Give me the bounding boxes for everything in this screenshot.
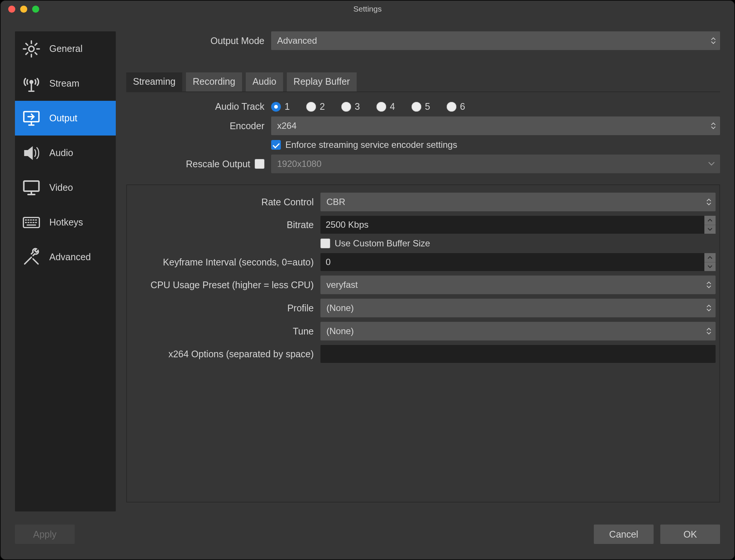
- sidebar-item-label: Hotkeys: [49, 217, 83, 228]
- audio-track-3[interactable]: 3: [341, 101, 360, 112]
- tab-streaming[interactable]: Streaming: [126, 72, 182, 91]
- enforce-checkbox[interactable]: Enforce streaming service encoder settin…: [271, 140, 457, 150]
- audio-track-radios: 1 2 3 4 5 6: [271, 101, 465, 112]
- stepper-icon: [704, 195, 713, 209]
- radio-label: 4: [390, 101, 395, 112]
- rescale-label: Rescale Output: [186, 159, 250, 169]
- step-up-icon[interactable]: [704, 216, 716, 225]
- svg-rect-3: [24, 181, 39, 191]
- radio-icon: [376, 102, 386, 112]
- sidebar-item-output[interactable]: Output: [15, 101, 116, 136]
- audio-track-4[interactable]: 4: [376, 101, 395, 112]
- radio-label: 5: [425, 101, 430, 112]
- step-down-icon[interactable]: [704, 225, 716, 234]
- keyboard-icon: [20, 211, 43, 234]
- button-label: Apply: [33, 529, 57, 540]
- svg-point-0: [29, 46, 34, 51]
- profile-select[interactable]: (None): [320, 299, 716, 317]
- sidebar-item-label: General: [49, 43, 83, 54]
- profile-label: Profile: [131, 303, 320, 314]
- antenna-icon: [20, 72, 43, 95]
- custom-buffer-checkbox[interactable]: Use Custom Buffer Size: [320, 238, 430, 249]
- rescale-select[interactable]: 1920x1080: [271, 155, 720, 173]
- checkbox-icon: [320, 239, 330, 248]
- rescale-value: 1920x1080: [277, 159, 322, 169]
- cancel-button[interactable]: Cancel: [594, 525, 654, 544]
- speaker-icon: [20, 142, 43, 164]
- enforce-label: Enforce streaming service encoder settin…: [285, 140, 457, 150]
- radio-icon: [271, 102, 281, 112]
- sidebar: General Stream: [15, 31, 116, 511]
- apply-button[interactable]: Apply: [15, 525, 75, 544]
- sidebar-item-advanced[interactable]: Advanced: [15, 240, 116, 274]
- tab-label: Replay Buffer: [294, 76, 350, 87]
- tab-label: Audio: [252, 76, 276, 87]
- keyframe-label: Keyframe Interval (seconds, 0=auto): [131, 257, 320, 268]
- sidebar-item-audio[interactable]: Audio: [15, 136, 116, 170]
- output-tabbar: Streaming Recording Audio Replay Buffer: [126, 72, 720, 92]
- tune-label: Tune: [131, 326, 320, 337]
- output-mode-select[interactable]: Advanced: [271, 31, 720, 50]
- rescale-row: Rescale Output 1920x1080: [126, 155, 720, 173]
- stepper-icon: [704, 324, 713, 338]
- audio-track-row: Audio Track 1 2 3 4 5 6: [126, 101, 720, 112]
- tune-select[interactable]: (None): [320, 322, 716, 340]
- sidebar-item-hotkeys[interactable]: Hotkeys: [15, 205, 116, 240]
- keyframe-input[interactable]: 0: [320, 253, 716, 271]
- x264-opts-input[interactable]: [320, 345, 716, 363]
- encoder-settings-panel: Rate Control CBR Bitr: [126, 184, 720, 503]
- rate-control-row: Rate Control CBR: [131, 193, 716, 211]
- sidebar-item-label: Advanced: [49, 252, 91, 262]
- bitrate-input[interactable]: 2500 Kbps: [320, 216, 716, 234]
- bitrate-label: Bitrate: [131, 220, 320, 230]
- stepper-icon: [704, 278, 713, 292]
- streaming-pane: Audio Track 1 2 3 4 5 6 Encode: [126, 92, 720, 503]
- stepper-icon: [704, 301, 713, 315]
- monitor-icon: [20, 177, 43, 199]
- tab-recording[interactable]: Recording: [186, 72, 242, 91]
- radio-icon: [447, 102, 456, 112]
- encoder-select[interactable]: x264: [271, 116, 720, 135]
- button-label: OK: [683, 529, 697, 540]
- output-mode-value: Advanced: [277, 35, 317, 46]
- audio-track-5[interactable]: 5: [412, 101, 430, 112]
- radio-label: 2: [320, 101, 325, 112]
- cpu-preset-select[interactable]: veryfast: [320, 276, 716, 294]
- tune-row: Tune (None): [131, 322, 716, 340]
- audio-track-1[interactable]: 1: [271, 101, 290, 112]
- content-area: General Stream: [1, 17, 734, 517]
- checkbox-icon: [271, 140, 281, 150]
- bitrate-row: Bitrate 2500 Kbps: [131, 216, 716, 234]
- tab-replay-buffer[interactable]: Replay Buffer: [287, 72, 357, 91]
- audio-track-2[interactable]: 2: [306, 101, 325, 112]
- sidebar-item-label: Output: [49, 113, 77, 124]
- sidebar-item-label: Video: [49, 182, 73, 193]
- custom-buffer-label: Use Custom Buffer Size: [335, 238, 430, 249]
- rate-control-label: Rate Control: [131, 197, 320, 208]
- spin-stepper[interactable]: [704, 253, 716, 271]
- audio-track-6[interactable]: 6: [447, 101, 465, 112]
- ok-button[interactable]: OK: [660, 525, 720, 544]
- tools-icon: [20, 246, 43, 268]
- step-down-icon[interactable]: [704, 262, 716, 271]
- tab-audio[interactable]: Audio: [246, 72, 283, 91]
- custom-buffer-row: Use Custom Buffer Size: [131, 238, 716, 249]
- sidebar-item-general[interactable]: General: [15, 31, 116, 66]
- sidebar-item-video[interactable]: Video: [15, 170, 116, 205]
- step-up-icon[interactable]: [704, 253, 716, 262]
- keyframe-value: 0: [326, 257, 331, 267]
- stepper-icon: [709, 34, 718, 48]
- spin-stepper[interactable]: [704, 216, 716, 234]
- sidebar-item-label: Stream: [49, 78, 80, 89]
- rescale-checkbox[interactable]: [255, 159, 264, 169]
- cpu-preset-value: veryfast: [326, 280, 358, 290]
- bitrate-value: 2500 Kbps: [326, 220, 369, 230]
- sidebar-item-label: Audio: [49, 147, 73, 158]
- rate-control-select[interactable]: CBR: [320, 193, 716, 211]
- radio-icon: [306, 102, 316, 112]
- radio-label: 1: [285, 101, 290, 112]
- footer: Apply Cancel OK: [1, 517, 734, 559]
- sidebar-item-stream[interactable]: Stream: [15, 66, 116, 101]
- settings-window: Settings General: [1, 1, 734, 559]
- tune-value: (None): [326, 326, 354, 336]
